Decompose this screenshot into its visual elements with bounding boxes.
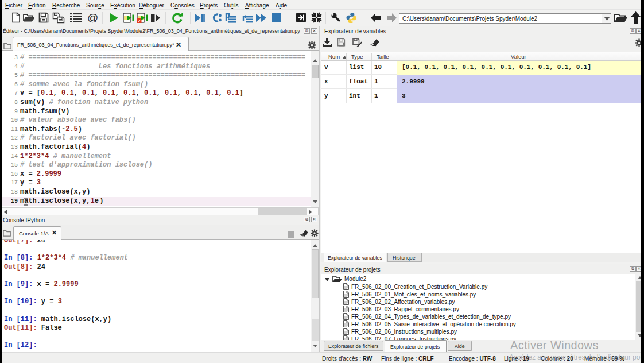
svg-text:z: z (138, 18, 140, 23)
